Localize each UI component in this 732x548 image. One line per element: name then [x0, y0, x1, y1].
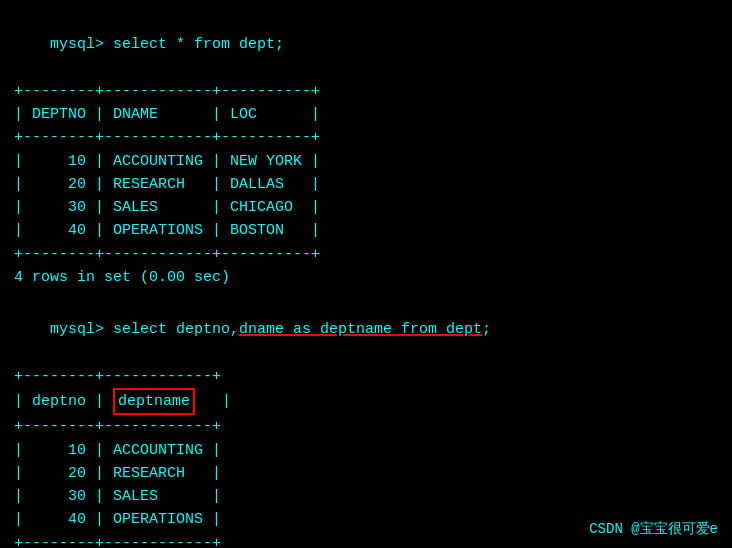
query2-prompt-line: mysql> select deptno,dname as deptname f… — [14, 295, 718, 365]
dname-underline: dname as deptname from dept — [239, 321, 482, 338]
watermark: CSDN @宝宝很可爱e — [589, 520, 718, 538]
query1-header: | DEPTNO | DNAME | LOC | — [14, 103, 718, 126]
query2-border-mid: +--------+------------+ — [14, 415, 718, 438]
prompt-text: mysql> select deptno, — [50, 321, 239, 338]
query2-header: | deptno | deptname | — [14, 388, 718, 415]
query1-row-3: | 30 | SALES | CHICAGO | — [14, 196, 718, 219]
query2-row-1: | 10 | ACCOUNTING | — [14, 439, 718, 462]
prompt-icon: mysql> select * from dept; — [50, 36, 284, 53]
query1-border-mid: +--------+------------+----------+ — [14, 126, 718, 149]
query2-border-top: +--------+------------+ — [14, 365, 718, 388]
query1-row-1: | 10 | ACCOUNTING | NEW YORK | — [14, 150, 718, 173]
query1-border-bot: +--------+------------+----------+ — [14, 243, 718, 266]
deptname-box: deptname — [113, 388, 195, 415]
semicolon: ; — [482, 321, 491, 338]
query2-row-2: | 20 | RESEARCH | — [14, 462, 718, 485]
terminal-container: mysql> select * from dept; +--------+---… — [14, 10, 718, 548]
query1-row-2: | 20 | RESEARCH | DALLAS | — [14, 173, 718, 196]
query1-result: 4 rows in set (0.00 sec) — [14, 266, 718, 289]
query1-row-4: | 40 | OPERATIONS | BOSTON | — [14, 219, 718, 242]
query1-border-top: +--------+------------+----------+ — [14, 80, 718, 103]
query1-prompt: mysql> select * from dept; — [14, 10, 718, 80]
query2-row-3: | 30 | SALES | — [14, 485, 718, 508]
